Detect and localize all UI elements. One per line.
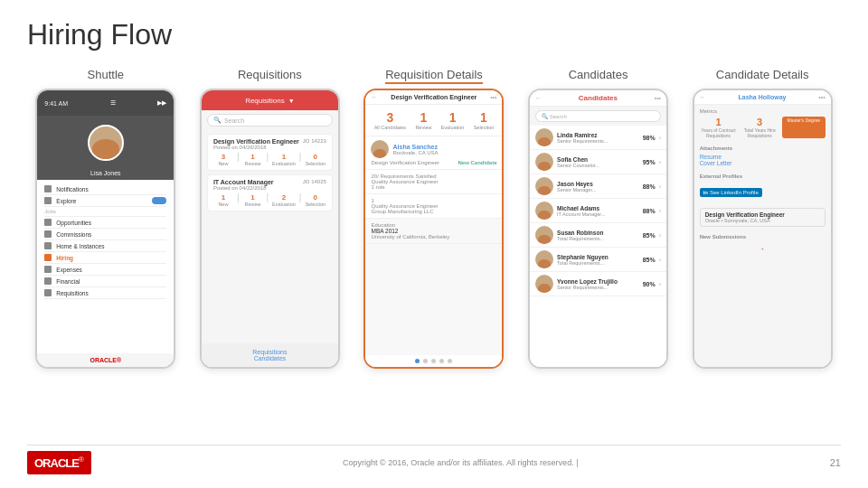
cand-item-2[interactable]: 1 Quality Assurance Engineer Group Manuf…: [365, 194, 502, 219]
expenses-icon: [44, 266, 52, 273]
shuttle-avatar-area: [37, 116, 174, 170]
menu-commissions[interactable]: Commissions: [44, 229, 166, 240]
cd-external-profiles: External Profiles in See LinkedIn Profil…: [694, 170, 831, 202]
cand-avatar-6: [535, 275, 553, 293]
cand-row-0[interactable]: Linda Ramirez Senior Requirements... 98%…: [530, 126, 666, 150]
cd-metric-1: 3 Total Years Hire Requisitions: [741, 117, 778, 138]
req-item-stats-0: 3 New | 1 Review | 1: [213, 153, 326, 166]
req-bottom: Requisitions Candidates: [202, 343, 338, 367]
cand-avatar-0: [535, 128, 553, 146]
profile-box: Design Verification Engineer Oracle • Su…: [700, 208, 826, 227]
candidate-details-phone: ← Lasha Holloway ••• Metrics 1 Years of …: [693, 89, 833, 369]
cand-avatar-4: [535, 226, 553, 244]
cand-avatar-1: [535, 153, 553, 171]
candidates-label: Candidates: [569, 68, 628, 81]
shuttle-phone: 9:41 AM ☰ ▶▶ Lisa Jones Notifications: [35, 89, 175, 369]
cd-attachments: Attachments Resume Cover Letter: [694, 142, 831, 170]
requisitions-section: Requisitions Requisitions ▼ 🔍 Search: [192, 68, 349, 369]
candidates-phone: ← Candidates ••• 🔍 Search Linda: [528, 89, 668, 369]
cand-row-2[interactable]: Jason Hayes Senior Manager... 88% ›: [530, 174, 666, 199]
cand-search-bar[interactable]: 🔍 Search: [535, 110, 661, 122]
req-item-title-1: IT Account Manager: [213, 179, 274, 185]
shuttle-section: Shuttle 9:41 AM ☰ ▶▶ Lisa Jones: [27, 68, 184, 369]
toggle-switch[interactable]: [152, 197, 166, 204]
menu-section-jobs: Jobs: [44, 207, 166, 217]
shuttle-status-bar: 9:41 AM ☰ ▶▶: [37, 90, 174, 116]
menu-hiring[interactable]: Hiring: [44, 252, 166, 264]
req-item-posted-0: Posted on 04/26/2018: [213, 145, 299, 150]
opportunities-icon: [44, 219, 52, 226]
page-number: 21: [830, 457, 841, 468]
req-item-posted-1: Posted on 04/22/2018: [213, 185, 274, 191]
requisitions-icon: [44, 289, 52, 296]
hiring-icon: [44, 254, 52, 261]
linkedin-button[interactable]: in See LinkedIn Profile: [700, 188, 762, 197]
cd-external-profiles-box: Design Verification Engineer Oracle • Su…: [694, 202, 831, 230]
main-page: Hiring Flow Shuttle 9:41 AM ☰ ▶▶: [0, 0, 868, 488]
cd-metric-0: 1 Years of Contract Requisitions: [700, 117, 738, 138]
req-item-title-0: Design Verification Engineer: [213, 138, 299, 145]
oracle-logo: ORACLE®: [27, 451, 91, 474]
cand-row-4[interactable]: Susan Robinson Total Requirements... 85%…: [530, 223, 666, 248]
reqd-list: Aisha Sanchez Rockvale, CA USA Design Ve…: [365, 136, 502, 355]
cand-row-3[interactable]: Michael Adams IT Account Manager... 88% …: [530, 199, 666, 223]
cd-metric-2: Master's Degree: [782, 117, 826, 138]
cand-search: 🔍 Search: [530, 107, 666, 126]
bottom-bar: ORACLE® Copyright © 2016, Oracle and/or …: [27, 445, 841, 474]
new-submission-button[interactable]: +: [700, 242, 826, 255]
requisition-details-phone: ← Design Verification Engineer ••• 3 All…: [363, 89, 504, 369]
reqd-stats-row: 3 All Candidates 1 Review 1 Evaluation: [365, 105, 502, 136]
education-item: Education MBA 2012 University of Califor…: [365, 219, 502, 244]
notification-icon: [44, 185, 52, 192]
explore-icon: [44, 197, 52, 204]
requisitions-phone: Requisitions ▼ 🔍 Search De: [200, 89, 340, 369]
cand-header: ← Candidates •••: [530, 90, 666, 107]
menu-expenses[interactable]: Expenses: [44, 264, 166, 276]
cand-avatar-0: [371, 140, 389, 158]
user-name: Lisa Jones: [37, 170, 174, 180]
menu-requisitions[interactable]: Requisitions: [44, 287, 166, 299]
menu-explore[interactable]: Explore: [44, 195, 166, 207]
flow-container: Shuttle 9:41 AM ☰ ▶▶ Lisa Jones: [27, 68, 841, 437]
req-list: Design Verification Engineer Posted on 0…: [202, 130, 338, 343]
cand-avatar-2: [535, 177, 553, 195]
cand-avatar-5: [535, 250, 553, 268]
req-header: Requisitions ▼: [202, 90, 338, 110]
cand-item-1[interactable]: 20/ Requirements Satisfied Quality Assur…: [365, 170, 502, 194]
cand-avatar-3: [535, 202, 553, 220]
candidate-details-label: Candidate Details: [716, 68, 809, 81]
candidate-details-section: Candidate Details ← Lasha Holloway ••• M…: [684, 68, 841, 369]
menu-home-instances[interactable]: Home & Instances: [44, 240, 166, 252]
menu-notifications[interactable]: Notifications: [44, 183, 166, 195]
commissions-icon: [44, 230, 52, 238]
candidates-section: Candidates ← Candidates ••• 🔍 Search: [520, 68, 677, 369]
shuttle-menu: Notifications Explore Jobs Opportun: [37, 180, 174, 353]
copyright-text: Copyright © 2016, Oracle and/or its affi…: [343, 458, 578, 467]
req-search-area: 🔍 Search: [202, 110, 338, 130]
requisition-details-section: Requisition Details ← Design Verificatio…: [355, 68, 513, 369]
menu-financial[interactable]: Financial: [44, 276, 166, 287]
cand-row-6[interactable]: Yvonne Lopez Trujillo Senior Requirement…: [530, 272, 666, 296]
reqd-label: Requisition Details: [385, 68, 483, 81]
cd-metrics: Metrics 1 Years of Contract Requisitions…: [694, 105, 831, 142]
shuttle-label: Shuttle: [88, 68, 124, 81]
cd-header: ← Lasha Holloway •••: [694, 90, 831, 105]
cand-row-1[interactable]: Sofia Chen Senior Counselor... 95% ›: [530, 150, 666, 174]
reqd-dots: [365, 355, 502, 367]
avatar: [88, 125, 124, 161]
req-item-1[interactable]: IT Account Manager Posted on 04/22/2018 …: [207, 174, 333, 211]
home-icon: [44, 242, 52, 249]
page-title: Hiring Flow: [27, 18, 841, 52]
oracle-logo-shuttle: ORACLE®: [37, 353, 174, 367]
cand-row-5[interactable]: Stephanie Nguyen Total Requirements... 8…: [530, 248, 666, 272]
cand-item-0[interactable]: Aisha Sanchez Rockvale, CA USA Design Ve…: [365, 136, 502, 170]
req-item-id-0: JO 14223: [303, 138, 326, 144]
req-search-bar[interactable]: 🔍 Search: [207, 114, 333, 127]
shuttle-screen: 9:41 AM ☰ ▶▶ Lisa Jones Notifications: [37, 90, 174, 367]
cand-list: Linda Ramirez Senior Requirements... 98%…: [530, 126, 666, 367]
financial-icon: [44, 277, 52, 285]
cd-new-submissions: New Submissions +: [694, 230, 831, 258]
req-item-0[interactable]: Design Verification Engineer Posted on 0…: [207, 134, 333, 171]
menu-opportunities[interactable]: Opportunities: [44, 217, 166, 229]
req-item-id-1: JO 14025: [303, 179, 326, 184]
